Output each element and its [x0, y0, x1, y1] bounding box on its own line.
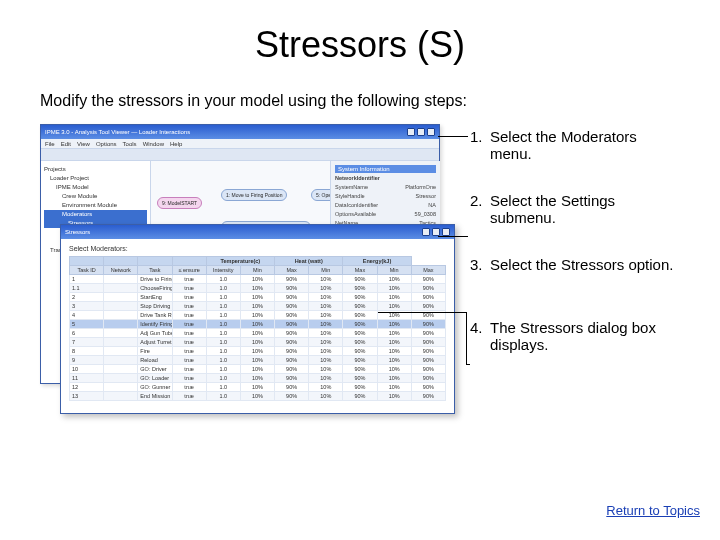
- dialog-title: Stressors: [65, 229, 422, 235]
- table-row[interactable]: 6Adj Gun Tubetrue1.010%90%10%90%10%90%: [70, 329, 446, 338]
- step-2: 2.Select the Settings submenu.: [470, 192, 680, 226]
- steps-list: 1.Select the Moderators menu. 2.Select t…: [470, 128, 680, 383]
- dialog-label: Select Moderators:: [69, 245, 446, 252]
- tree-node[interactable]: Environment Module: [44, 201, 147, 210]
- stressors-table: Temperature(c)Heat (watt)Energy(kJ)Task …: [69, 256, 446, 401]
- table-row[interactable]: 10GO: Drivertrue1.010%90%10%90%10%90%: [70, 365, 446, 374]
- panel-header: System Information: [335, 165, 436, 173]
- close-icon[interactable]: [442, 228, 450, 236]
- screenshot-cluster: IPME 3.0 - Analysis Tool Viewer — Loader…: [40, 124, 460, 444]
- minimize-icon[interactable]: [407, 128, 415, 136]
- content-area: IPME 3.0 - Analysis Tool Viewer — Loader…: [40, 124, 680, 454]
- app-menubar: FileEditViewOptionsToolsWindowHelp: [41, 139, 439, 149]
- callout-line: [438, 136, 468, 137]
- table-row[interactable]: 8Firetrue1.010%90%10%90%10%90%: [70, 347, 446, 356]
- page-title: Stressors (S): [40, 24, 680, 66]
- callout-line: [466, 312, 467, 364]
- tree-node[interactable]: Loader Project: [44, 174, 147, 183]
- maximize-icon[interactable]: [432, 228, 440, 236]
- intro-text: Modify the stressors in your model using…: [40, 92, 680, 110]
- table-row[interactable]: 13End Missiontrue1.010%90%10%90%10%90%: [70, 392, 446, 401]
- minimize-icon[interactable]: [422, 228, 430, 236]
- tree-node[interactable]: Projects: [44, 165, 147, 174]
- table-row[interactable]: 3Stop Drivingtrue1.010%90%10%90%10%90%: [70, 302, 446, 311]
- tree-node[interactable]: IPME Model: [44, 183, 147, 192]
- table-row[interactable]: 12GO: Gunnertrue1.010%90%10%90%10%90%: [70, 383, 446, 392]
- flow-node[interactable]: 1: Move to Firing Position: [221, 189, 287, 201]
- menu-item[interactable]: File: [45, 141, 55, 147]
- table-row[interactable]: 1.1ChooseFiring Locatrue1.010%90%10%90%1…: [70, 284, 446, 293]
- callout-line: [438, 236, 468, 237]
- dialog-titlebar: Stressors: [61, 225, 454, 239]
- app-toolbar: [41, 149, 439, 161]
- app-titlebar: IPME 3.0 - Analysis Tool Viewer — Loader…: [41, 125, 439, 139]
- tree-node[interactable]: Crew Module: [44, 192, 147, 201]
- callout-line: [378, 312, 466, 313]
- menu-item[interactable]: Options: [96, 141, 117, 147]
- table-row[interactable]: 1Drive to Firing Positiontrue1.010%90%10…: [70, 275, 446, 284]
- table-row[interactable]: 2StartEngtrue1.010%90%10%90%10%90%: [70, 293, 446, 302]
- menu-item[interactable]: Window: [143, 141, 164, 147]
- maximize-icon[interactable]: [417, 128, 425, 136]
- table-row[interactable]: 11GO: Loadertrue1.010%90%10%90%10%90%: [70, 374, 446, 383]
- step-4: 4.The Stressors dialog box displays.: [470, 319, 680, 353]
- menu-item[interactable]: Help: [170, 141, 182, 147]
- return-to-topics-link[interactable]: Return to Topics: [606, 503, 700, 518]
- flow-node[interactable]: 9: ModelSTART: [157, 197, 202, 209]
- stressors-dialog: Stressors Select Moderators: Temperature…: [60, 224, 455, 414]
- table-row[interactable]: 5Identify Firing Pos Type: Hull/Turrettr…: [70, 320, 446, 329]
- callout-line: [466, 364, 470, 365]
- menu-item[interactable]: Edit: [61, 141, 71, 147]
- app-title: IPME 3.0 - Analysis Tool Viewer — Loader…: [45, 129, 407, 135]
- table-row[interactable]: 7Adjust Turret Azimuthtrue1.010%90%10%90…: [70, 338, 446, 347]
- tree-node[interactable]: Moderators: [44, 210, 147, 219]
- close-icon[interactable]: [427, 128, 435, 136]
- step-3: 3.Select the Stressors option.: [470, 256, 680, 273]
- step-1: 1.Select the Moderators menu.: [470, 128, 680, 162]
- menu-item[interactable]: View: [77, 141, 90, 147]
- menu-item[interactable]: Tools: [123, 141, 137, 147]
- table-row[interactable]: 9Reloadtrue1.010%90%10%90%10%90%: [70, 356, 446, 365]
